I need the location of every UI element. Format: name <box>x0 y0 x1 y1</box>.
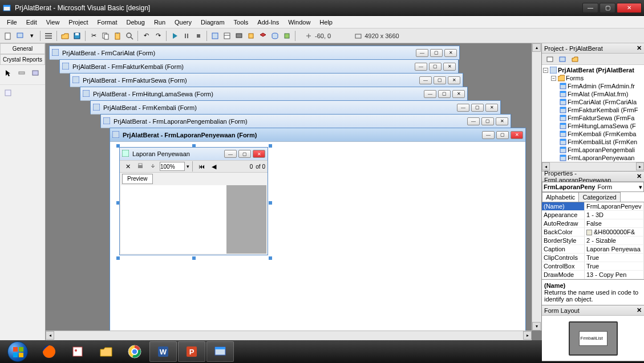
firefox-task-icon[interactable] <box>35 341 63 362</box>
minimize-icon[interactable]: — <box>467 117 480 125</box>
maximize-button[interactable]: ▢ <box>600 3 615 13</box>
redo-button[interactable]: ↷ <box>152 30 164 42</box>
cut-button[interactable]: ✂ <box>88 30 99 42</box>
form-window-active[interactable]: PrjAlatBerat - FrmLaporanPenyewaan (Form… <box>110 128 526 333</box>
scroll-up-button[interactable]: ▴ <box>532 43 541 52</box>
project-explorer-button[interactable] <box>209 30 221 42</box>
scroll-down-button[interactable]: ▾ <box>532 322 541 331</box>
categorized-tab[interactable]: Categorized <box>578 192 620 202</box>
property-value[interactable]: 13 - Copy Pen <box>585 271 644 279</box>
paste-button[interactable] <box>112 30 123 42</box>
menu-view[interactable]: View <box>42 18 64 27</box>
tree-item-label[interactable]: FrmAdmin (FrmAdmin.fr <box>568 82 635 90</box>
stop-button[interactable] <box>193 30 204 42</box>
tree-item-label[interactable]: FrmLaporanPenyewaan <box>568 154 634 162</box>
tree-item-label[interactable]: FrmFakturKembali (FrmF <box>568 106 638 114</box>
vb6-task-icon[interactable] <box>206 341 234 362</box>
horizontal-scrollbar[interactable]: ◂ ▸ <box>46 331 532 340</box>
form-window[interactable]: PrjAlatBerat - FrmCariAlat (Form) —▢✕ <box>49 46 460 59</box>
maximize-icon[interactable]: ▢ <box>430 49 443 57</box>
view-object-button[interactable] <box>557 54 568 65</box>
report-preview-form[interactable]: Laporan Penyewaan —▢✕ ✕ ▾ ⏮ ◀ 0 <box>119 147 268 255</box>
minimize-icon[interactable]: — <box>419 76 432 84</box>
minimize-button[interactable]: — <box>582 3 598 13</box>
property-name[interactable]: AutoRedraw <box>542 219 585 228</box>
panel-close-icon[interactable]: ✕ <box>637 44 642 52</box>
minimize-icon[interactable]: — <box>482 131 495 139</box>
explorer-task-icon[interactable] <box>92 341 120 362</box>
close-icon[interactable]: ✕ <box>511 131 523 139</box>
report-close-button[interactable]: ✕ <box>122 161 133 172</box>
close-icon[interactable]: ✕ <box>444 49 457 57</box>
tree-item-label[interactable]: FrmKembali (FrmKemba <box>568 130 636 138</box>
dropdown-arrow-icon[interactable]: ▾ <box>26 30 38 42</box>
prev-page-button[interactable]: ◀ <box>208 161 220 172</box>
form-window[interactable]: PrjAlatBerat - FrmLaporanPengembalian (F… <box>100 114 511 128</box>
tree-item-label[interactable]: FrmLaporanPengembali <box>568 146 635 154</box>
property-name[interactable]: ClipControls <box>542 254 585 262</box>
add-form-button[interactable] <box>14 30 26 42</box>
scroll-left-button[interactable]: ◂ <box>542 162 550 170</box>
vertical-scrollbar[interactable]: ▴ ▾ <box>532 43 541 331</box>
menu-file[interactable]: File <box>2 18 22 27</box>
property-value[interactable]: &H8000000F& <box>585 228 644 236</box>
close-icon[interactable]: ✕ <box>452 90 465 98</box>
selection-handle[interactable] <box>116 256 120 260</box>
copy-button[interactable] <box>100 30 111 42</box>
start-button[interactable] <box>2 341 33 362</box>
tree-collapse-icon[interactable]: − <box>551 76 556 81</box>
maximize-icon[interactable]: ▢ <box>238 150 251 158</box>
panel-close-icon[interactable]: ✕ <box>637 307 642 314</box>
close-icon[interactable]: ✕ <box>448 76 460 84</box>
close-icon[interactable]: ✕ <box>485 104 498 112</box>
object-browser-button[interactable] <box>245 30 257 42</box>
maximize-icon[interactable]: ▢ <box>481 117 494 125</box>
powerpoint-task-icon[interactable]: P <box>178 341 205 362</box>
object-selector-combo[interactable]: FrmLaporanPeny Form ▾ <box>542 182 644 192</box>
form-window[interactable]: PrjAlatBerat - FrmKembali (Form) —▢✕ <box>90 100 501 114</box>
pointer-tool[interactable] <box>2 67 14 79</box>
close-button[interactable]: ✕ <box>617 3 642 13</box>
selection-handle[interactable] <box>192 256 196 260</box>
scroll-right-button[interactable]: ▸ <box>523 331 532 340</box>
paint-task-icon[interactable] <box>64 341 91 362</box>
find-button[interactable] <box>124 30 135 42</box>
tree-item-label[interactable]: FrmKembaliList (FrmKen <box>568 138 637 146</box>
export-button[interactable] <box>147 161 159 172</box>
minimize-icon[interactable]: — <box>416 49 428 57</box>
menu-help[interactable]: Help <box>315 18 337 27</box>
dropdown-arrow-icon[interactable]: ▾ <box>187 164 189 169</box>
minimize-icon[interactable]: — <box>424 90 436 98</box>
property-value[interactable]: 2 - Sizable <box>585 236 644 245</box>
menu-run[interactable]: Run <box>149 18 170 27</box>
form-layout-form[interactable]: FrmbaliList <box>579 331 607 346</box>
data-view-button[interactable] <box>269 30 281 42</box>
property-value[interactable]: True <box>585 262 644 271</box>
property-name[interactable]: Caption <box>542 245 585 254</box>
selection-handle[interactable] <box>269 144 272 148</box>
tree-item-label[interactable]: FrmHitungLamaSewa (F <box>568 122 636 130</box>
property-name[interactable]: DrawMode <box>542 271 585 279</box>
menu-window[interactable]: Window <box>283 18 315 27</box>
form-layout-button[interactable] <box>233 30 245 42</box>
close-icon[interactable]: ✕ <box>496 117 508 125</box>
menu-debug[interactable]: Debug <box>121 18 149 27</box>
selection-handle[interactable] <box>269 256 272 260</box>
word-task-icon[interactable]: W <box>149 341 177 362</box>
alphabetic-tab[interactable]: Alphabetic <box>542 192 579 202</box>
print-button[interactable] <box>135 161 146 172</box>
property-name[interactable]: (Name) <box>542 202 585 211</box>
toolbox-tab-general[interactable]: General <box>0 43 45 54</box>
maximize-icon[interactable]: ▢ <box>471 104 484 112</box>
horizontal-scrollbar[interactable]: ◂ ▸ <box>542 162 644 171</box>
property-value[interactable]: 1 - 3D <box>585 211 644 219</box>
property-name[interactable]: BorderStyle <box>542 236 585 245</box>
close-icon[interactable]: ✕ <box>443 63 456 71</box>
property-value[interactable]: False <box>585 219 644 228</box>
tree-item-label[interactable]: FrmAlat (FrmAlat.frm) <box>568 90 628 98</box>
maximize-icon[interactable]: ▢ <box>434 76 446 84</box>
form-layout-view[interactable]: FrmbaliList <box>542 316 644 361</box>
menu-edit[interactable]: Edit <box>22 18 42 27</box>
close-icon[interactable]: ✕ <box>253 150 265 158</box>
property-value[interactable]: FrmLaporanPenyev <box>585 202 644 211</box>
